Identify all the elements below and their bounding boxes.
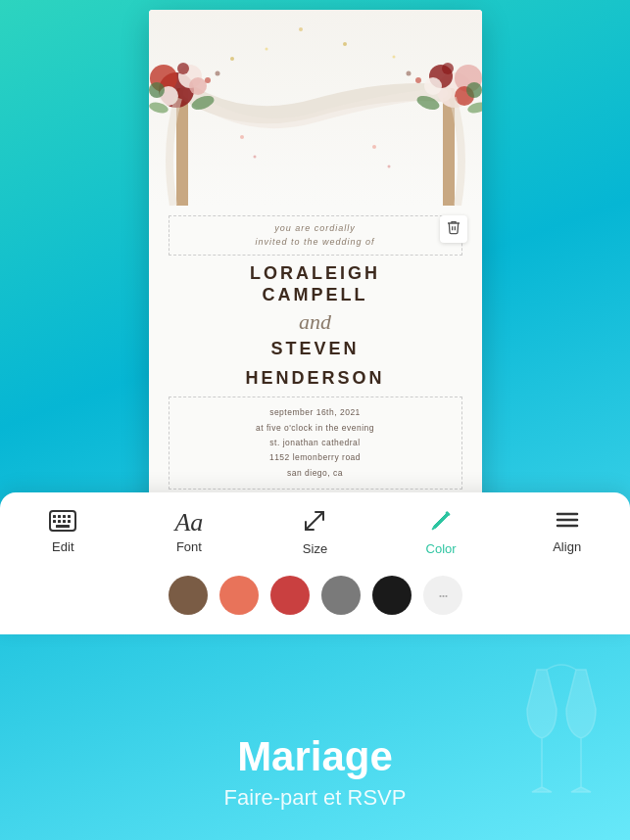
svg-point-23 (406, 71, 411, 76)
toolbar: Edit Aa Font Size (0, 492, 630, 634)
floral-arch (149, 10, 482, 206)
svg-point-24 (230, 57, 234, 61)
svg-point-29 (240, 135, 244, 139)
card-content: you are cordially invited to the wedding… (149, 206, 482, 538)
svg-point-28 (299, 27, 303, 31)
font-tool[interactable]: Aa Font (160, 510, 218, 554)
edit-tool[interactable]: Edit (33, 510, 92, 554)
bride-first-name: STEVEN (169, 339, 462, 360)
groom-last-name: CAMPELL (169, 285, 462, 306)
size-label: Size (303, 541, 327, 556)
svg-point-22 (415, 77, 421, 83)
bottom-subtitle: Faire-part et RSVP (224, 785, 407, 811)
svg-rect-41 (68, 520, 71, 523)
color-swatch-black[interactable] (372, 576, 412, 615)
date-details: september 16th, 2021 at five o'clock in … (169, 397, 462, 489)
svg-point-10 (177, 63, 189, 74)
align-icon (555, 510, 580, 536)
svg-rect-34 (53, 515, 56, 518)
svg-rect-39 (58, 520, 61, 523)
svg-rect-40 (63, 520, 66, 523)
color-swatch-red[interactable] (270, 576, 310, 615)
svg-point-21 (215, 71, 219, 76)
svg-point-27 (392, 56, 395, 59)
keyboard-icon (49, 510, 76, 536)
svg-point-32 (387, 165, 390, 168)
svg-point-26 (343, 42, 347, 46)
size-tool[interactable]: Size (285, 508, 344, 556)
invited-text: you are cordially invited to the wedding… (169, 215, 462, 256)
wine-glass-decoration (522, 660, 610, 820)
color-label: Color (426, 541, 457, 556)
color-swatch-brown[interactable] (169, 576, 208, 615)
svg-rect-36 (63, 515, 66, 518)
svg-point-15 (424, 77, 442, 95)
color-swatches: ··· (0, 572, 630, 627)
svg-point-20 (205, 77, 211, 83)
svg-point-7 (149, 82, 165, 98)
font-label: Font (176, 539, 202, 554)
svg-point-25 (265, 48, 267, 51)
svg-rect-35 (58, 515, 61, 518)
svg-point-6 (189, 77, 207, 95)
color-icon (428, 508, 454, 537)
align-label: Align (553, 539, 581, 554)
svg-line-43 (306, 512, 323, 530)
delete-button[interactable] (440, 215, 467, 243)
svg-point-31 (372, 145, 376, 149)
color-swatch-gray[interactable] (321, 576, 361, 615)
align-tool[interactable]: Align (538, 510, 597, 554)
svg-rect-42 (56, 525, 70, 528)
edit-label: Edit (52, 539, 73, 554)
svg-point-30 (253, 156, 256, 159)
svg-rect-38 (53, 520, 56, 523)
font-icon: Aa (174, 510, 203, 536)
toolbar-items: Edit Aa Font Size (0, 508, 630, 556)
groom-first-name: LORALEIGH (169, 263, 462, 285)
arch-svg (149, 10, 482, 206)
invitation-card: you are cordially invited to the wedding… (149, 10, 482, 538)
svg-point-19 (442, 63, 454, 74)
connector-text: and (169, 309, 462, 335)
color-swatch-coral[interactable] (219, 576, 259, 615)
bride-last-name: HENDERSON (169, 368, 462, 390)
color-swatch-more[interactable]: ··· (423, 576, 462, 615)
resize-icon (302, 508, 327, 537)
color-tool[interactable]: Color (412, 508, 470, 556)
svg-point-16 (466, 82, 482, 98)
svg-rect-37 (68, 515, 71, 518)
bottom-title: Mariage (237, 736, 393, 777)
